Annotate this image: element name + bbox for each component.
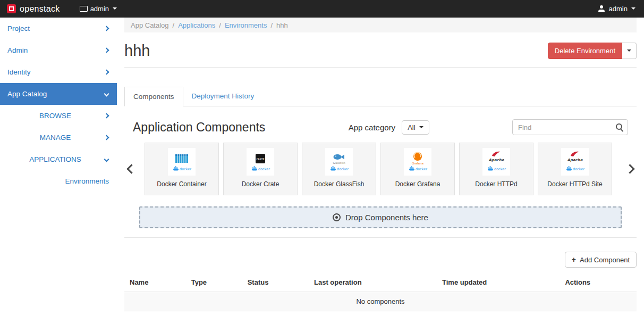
component-card-label: Docker Container: [157, 180, 206, 188]
sidebar-item-label: Environments: [65, 177, 109, 185]
user-menu-label: admin: [609, 5, 628, 13]
caret-down-icon: [419, 126, 423, 130]
chevron-right-icon: [104, 70, 109, 75]
search-button[interactable]: [612, 120, 628, 135]
col-header-last-operation: Last operation: [309, 273, 437, 292]
component-card-docker-httpd-site[interactable]: Apache Docker HTTPd Site: [538, 143, 612, 195]
sidebar-item-label: MANAGE: [40, 134, 71, 142]
components-carousel: Docker Container CRATE Docker Crate: [124, 143, 637, 195]
docker-container-icon: [168, 148, 196, 176]
docker-glassfish-icon: GlassFish: [325, 148, 353, 176]
domain-switcher-dropdown[interactable]: admin: [73, 5, 123, 13]
sidebar-item-app-catalog[interactable]: App Catalog: [0, 83, 117, 105]
sidebar-item-identity[interactable]: Identity: [0, 61, 117, 83]
delete-environment-dropdown-toggle[interactable]: [622, 43, 637, 59]
chevron-right-icon: [104, 135, 109, 140]
search-icon: [616, 123, 623, 131]
plus-icon: +: [572, 255, 576, 264]
component-card-label: Docker Crate: [242, 180, 279, 188]
docker-crate-icon: CRATE: [247, 148, 274, 176]
svg-text:Apache: Apache: [567, 158, 583, 162]
chevron-down-icon: [104, 157, 109, 162]
svg-text:Grafana: Grafana: [412, 162, 423, 165]
sidebar-item-manage[interactable]: MANAGE: [0, 127, 117, 148]
main-content: App Catalog / Applications / Environment…: [117, 18, 644, 315]
sidebar-item-label: Admin: [7, 46, 28, 54]
caret-down-icon: [113, 7, 117, 12]
sidebar-item-label: Identity: [7, 68, 31, 76]
components-table: Name Type Status Last operation Time upd…: [124, 273, 637, 311]
caret-down-icon: [631, 7, 635, 12]
sidebar-item-environments[interactable]: Environments: [0, 170, 117, 192]
breadcrumb-separator: /: [270, 21, 273, 29]
component-card-docker-glassfish[interactable]: GlassFish Docker GlassFish: [302, 143, 376, 195]
breadcrumb-applications[interactable]: Applications: [178, 21, 215, 29]
breadcrumb-app-catalog: App Catalog: [131, 21, 169, 29]
monitor-icon: [80, 6, 87, 12]
col-header-status: Status: [242, 273, 309, 292]
svg-text:Apache: Apache: [488, 158, 504, 162]
component-card-label: Docker HTTPd Site: [547, 180, 602, 188]
tab-deployment-history[interactable]: Deployment History: [183, 87, 263, 106]
component-search: [512, 119, 628, 135]
empty-table-message: No components: [124, 292, 637, 311]
search-input[interactable]: [512, 119, 628, 135]
chevron-right-icon: [104, 113, 109, 119]
component-card-docker-httpd[interactable]: Apache Docker HTTPd: [459, 143, 533, 195]
sidebar-item-label: Project: [7, 24, 30, 32]
sidebar-item-project[interactable]: Project: [0, 18, 117, 39]
chevron-down-icon: [104, 92, 109, 97]
component-card-docker-container[interactable]: Docker Container: [145, 143, 219, 195]
component-card-docker-crate[interactable]: CRATE Docker Crate: [223, 143, 298, 195]
tab-bar: Components Deployment History: [124, 87, 637, 106]
breadcrumb-environments[interactable]: Environments: [225, 21, 267, 29]
chevron-right-icon: [104, 48, 109, 53]
caret-down-icon: [627, 49, 631, 54]
app-category-selected: All: [408, 123, 415, 131]
component-card-docker-grafana[interactable]: Grafana Docker Grafana: [380, 143, 455, 195]
page-title: hhh: [124, 42, 150, 60]
user-menu-dropdown[interactable]: admin: [590, 5, 644, 13]
dropzone-label: Drop Components here: [345, 213, 428, 222]
col-header-time-updated: Time updated: [437, 273, 560, 292]
topbar: openstack admin admin: [0, 0, 644, 18]
section-divider: [124, 237, 637, 238]
openstack-logo-icon: [7, 4, 16, 13]
user-icon: [598, 5, 605, 12]
add-component-button[interactable]: + Add Component: [565, 252, 637, 268]
domain-switcher-label: admin: [90, 5, 109, 13]
svg-text:GlassFish: GlassFish: [333, 161, 345, 164]
breadcrumb-current: hhh: [276, 21, 288, 29]
app-category-dropdown[interactable]: All: [402, 120, 429, 135]
carousel-next-button[interactable]: [623, 165, 637, 172]
col-header-actions: Actions: [560, 273, 637, 292]
sidebar-item-label: App Catalog: [7, 90, 47, 98]
component-card-label: Docker Grafana: [395, 180, 440, 188]
app-category-label: App category: [349, 123, 395, 132]
sidebar-item-label: BROWSE: [39, 112, 71, 120]
docker-httpd-site-icon: Apache: [561, 148, 589, 176]
component-cards: Docker Container CRATE Docker Crate: [138, 143, 623, 195]
breadcrumb: App Catalog / Applications / Environment…: [124, 18, 637, 32]
drop-components-zone[interactable]: Drop Components here: [139, 206, 622, 228]
sidebar-item-applications[interactable]: APPLICATIONS: [0, 148, 117, 170]
docker-grafana-icon: Grafana: [404, 148, 431, 176]
breadcrumb-separator: /: [173, 21, 175, 29]
openstack-brand[interactable]: openstack: [0, 4, 67, 14]
sidebar: Project Admin Identity App Catalog BROWS…: [0, 18, 117, 315]
brand-text: openstack: [20, 4, 60, 14]
col-header-name: Name: [124, 273, 186, 292]
breadcrumb-separator: /: [219, 21, 221, 29]
svg-text:CRATE: CRATE: [256, 158, 264, 161]
delete-environment-button-group: Delete Environment: [548, 43, 637, 59]
sidebar-item-admin[interactable]: Admin: [0, 39, 117, 61]
carousel-prev-button[interactable]: [124, 165, 138, 172]
delete-environment-button[interactable]: Delete Environment: [548, 43, 622, 59]
chevron-right-icon: [625, 164, 634, 173]
tab-components[interactable]: Components: [124, 87, 183, 106]
bullseye-icon: [333, 213, 341, 221]
sidebar-item-browse[interactable]: BROWSE: [0, 105, 117, 127]
component-card-label: Docker HTTPd: [475, 180, 517, 188]
docker-httpd-icon: Apache: [482, 148, 510, 176]
sidebar-item-label: APPLICATIONS: [29, 155, 81, 163]
